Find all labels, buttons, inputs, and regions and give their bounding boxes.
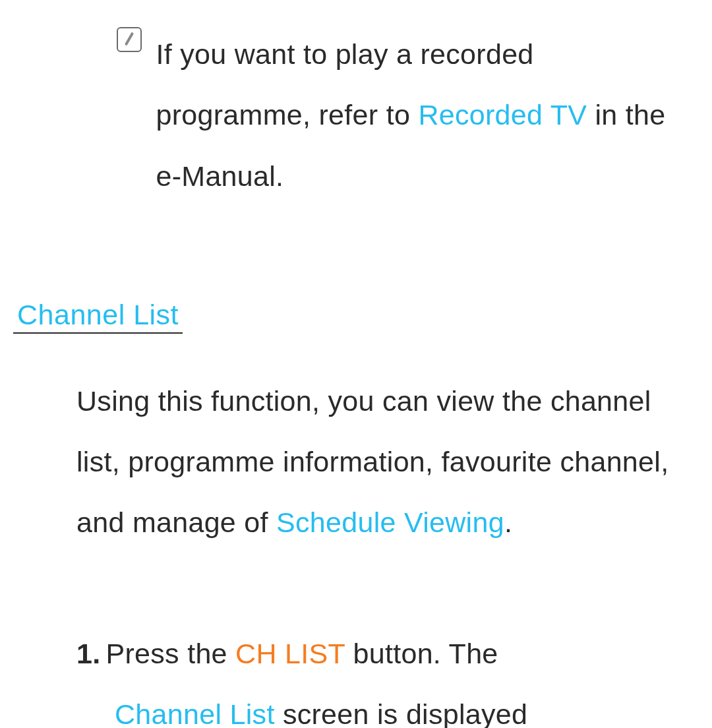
step1-part1: Press the	[105, 638, 235, 669]
note-block: If you want to play a recorded programme…	[117, 24, 679, 206]
note-icon	[117, 27, 142, 52]
step1-part3: screen is displayed	[275, 698, 528, 728]
step1-part2: button. The	[345, 638, 498, 669]
section-intro: Using this function, you can view the ch…	[76, 371, 679, 553]
recorded-tv-link[interactable]: Recorded TV	[418, 99, 587, 131]
step-1: 1.Press the CH LIST button. The Channel …	[76, 623, 679, 728]
channel-list-link[interactable]: Channel List	[115, 698, 275, 728]
step-number: 1.	[76, 638, 100, 669]
schedule-viewing-link[interactable]: Schedule Viewing	[276, 506, 504, 538]
ch-list-button-label: CH LIST	[235, 638, 345, 669]
note-text: If you want to play a recorded programme…	[156, 24, 676, 206]
section-heading-channel-list[interactable]: Channel List	[13, 299, 183, 334]
intro-part2: .	[504, 506, 512, 538]
